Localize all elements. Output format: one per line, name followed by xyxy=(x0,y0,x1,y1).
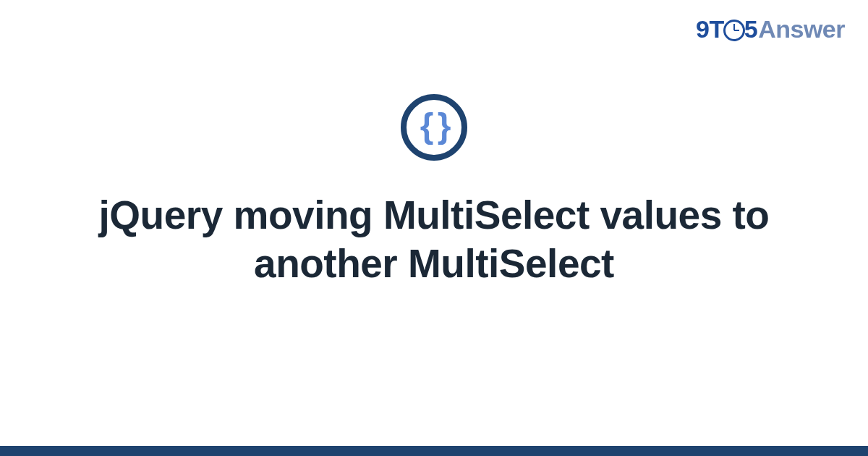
footer-bar xyxy=(0,446,868,456)
logo-nine: 9 xyxy=(696,17,709,41)
code-braces-icon: { } xyxy=(420,109,448,143)
clock-icon xyxy=(723,20,745,41)
page-title: jQuery moving MultiSelect values to anot… xyxy=(51,191,817,288)
logo-answer: Answer xyxy=(758,17,845,41)
card: 9 T 5 Answer { } jQuery moving MultiSele… xyxy=(0,0,868,456)
logo-five: 5 xyxy=(744,17,757,41)
topic-icon: { } xyxy=(401,94,467,161)
logo-t: T xyxy=(709,17,723,41)
icon-ring: { } xyxy=(401,94,467,161)
site-logo: 9 T 5 Answer xyxy=(696,16,845,41)
